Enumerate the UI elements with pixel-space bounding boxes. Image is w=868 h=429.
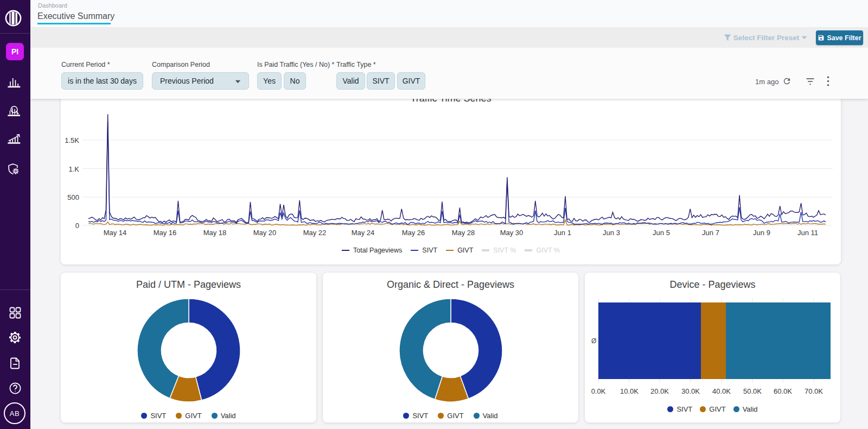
svg-text:Ø: Ø [591, 337, 596, 345]
